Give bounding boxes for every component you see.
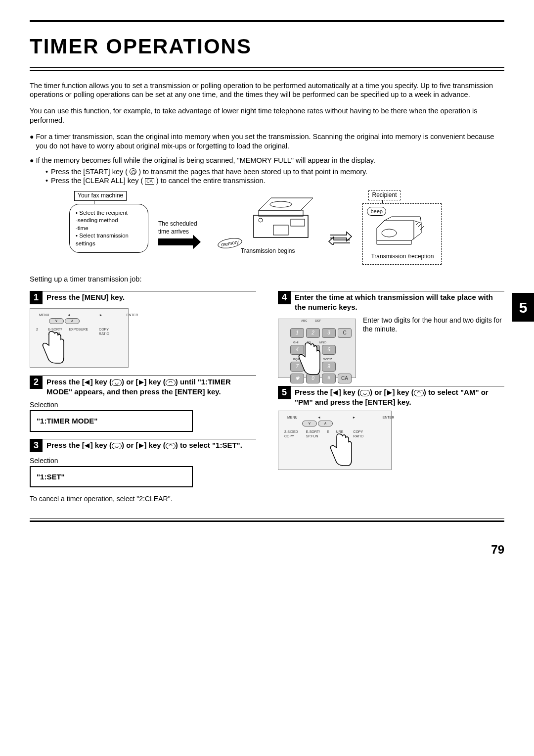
selection-label-2: Selection [30,400,256,409]
chapter-tab: 5 [512,293,534,322]
ca-key-icon: CA [145,178,154,185]
step-number-4: 4 [278,291,291,304]
selection-label-3: Selection [30,456,256,465]
recipient-label: Recipient [368,190,400,200]
cancel-note: To cancel a timer operation, select "2:C… [30,494,256,503]
svg-point-5 [259,218,263,222]
sub-bullet-2: Press the [CLEAR ALL] key ( CA ) to canc… [51,176,266,186]
control-panel-figure-1: MENU ◄► ENTER ∨∧ 2 E-SORT/SP.FUN EXPOSUR… [30,308,129,368]
step-title-5: Press the [] key (◡) or [] key (◠) to se… [295,386,504,407]
right-column: 4 Enter the time at which transmission w… [278,291,504,504]
dot-icon: • [45,176,48,186]
hand-icon [328,433,353,468]
step-number-1: 1 [30,291,43,304]
your-fax-label: Your fax machine [74,191,127,201]
start-key-icon [130,168,136,175]
step-4-aux-text: Enter two digits for the hour and two di… [363,316,504,333]
your-fax-col: Your fax machine • Select the recipient … [69,190,148,253]
step-number-2: 2 [30,376,43,389]
hand-icon [40,331,65,365]
svg-point-6 [382,229,397,237]
page-title: Timer Operations [30,33,504,60]
step-title-2: Press the [] key (◡) or [] key (◠) until… [46,376,256,396]
recipient-fax-icon [367,216,431,250]
recipient-box: beep Transmission /reception [362,203,442,265]
svg-point-2 [270,201,292,207]
top-rule [30,20,504,24]
step-title-1: Press the [MENU] key. [46,291,125,302]
beep-label: beep [367,207,386,216]
step-number-5: 5 [278,386,291,399]
trans-recv-label: Transmission /reception [371,253,437,261]
svg-rect-3 [273,225,288,235]
bullet-list-2: ● If the memory becomes full while the o… [30,156,504,186]
svg-marker-11 [333,390,338,395]
selection-box-3: "1:SET" [30,466,193,488]
control-panel-figure-5: MENU ◄► ENTER ∨∧ 2-SIDEDCOPY E-SORT/SP.F… [278,411,392,470]
step-title-3: Press the [] key (◡) or [] key (◠) to se… [46,439,242,450]
flow-diagram: Your fax machine • Select the recipient … [69,190,504,265]
intro-paragraph-1: The timer function allows you to set a t… [30,81,504,100]
sub-bullet-1: Press the [START] key ( ) to transmit th… [51,167,367,177]
dot-icon: • [45,167,48,177]
double-arrow-icon [328,230,353,245]
bullet-icon: ● [30,132,34,151]
setup-line: Setting up a timer transmission job: [30,275,504,284]
intro-paragraph-2: You can use this function, for example, … [30,106,504,125]
arrow-icon [158,238,193,245]
hand-icon [296,342,321,377]
bullet-list: ● For a timer transmission, scan the ori… [30,132,504,151]
svg-marker-9 [85,443,89,448]
bullet-2-text: If the memory becomes full while the ori… [36,156,375,165]
step-title-4: Enter the time at which transmission wil… [295,291,504,312]
recipient-col: Recipient beep Transmission /reception [362,190,442,265]
trans-begins-label: Transmission begins [218,247,318,255]
selection-box-2: "1:TIMER MODE" [30,410,193,432]
step-number-3: 3 [30,439,43,452]
schedule-text: The scheduled time arrives [158,220,208,236]
bottom-rule [30,519,504,522]
fax-machine-icon [244,190,318,245]
svg-marker-12 [387,390,392,395]
title-underline [30,67,504,71]
numeric-keypad-figure: ABCDEF 123C GHIJKLMNO 456 PQRSTUVWXYZ 78… [278,319,356,378]
arrow-col: The scheduled time arrives [158,190,208,245]
bullet-icon: ● [30,156,34,165]
svg-marker-8 [139,380,144,385]
machine-col: memory Transmission begins [218,190,318,255]
steps-columns: 5 1 Press the [MENU] key. MENU ◄► ENTER … [30,291,504,504]
svg-rect-4 [291,219,305,226]
settings-box: • Select the recipient -sending method -… [69,204,148,253]
page-number: 79 [30,542,504,557]
svg-marker-7 [85,380,89,385]
left-column: 1 Press the [MENU] key. MENU ◄► ENTER ∨∧… [30,291,256,504]
svg-marker-10 [139,443,144,448]
bullet-1-text: For a timer transmission, scan the origi… [36,132,504,151]
